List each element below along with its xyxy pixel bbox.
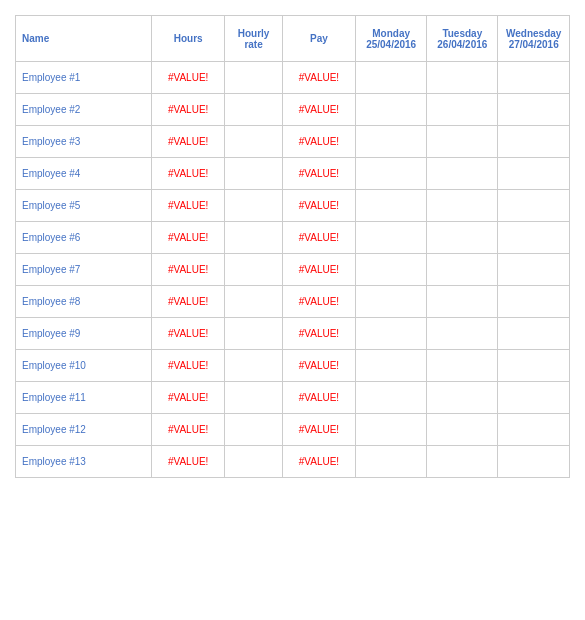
pay-error-value: #VALUE! xyxy=(299,200,339,211)
pay-error-value: #VALUE! xyxy=(299,232,339,243)
employee-name: Employee #1 xyxy=(16,62,152,94)
hours-error-value: #VALUE! xyxy=(168,136,208,147)
employee-name: Employee #10 xyxy=(16,350,152,382)
employee-tuesday xyxy=(427,94,498,126)
employee-tuesday xyxy=(427,126,498,158)
employee-wednesday xyxy=(498,158,570,190)
employee-pay: #VALUE! xyxy=(282,414,355,446)
employee-pay: #VALUE! xyxy=(282,318,355,350)
pay-error-value: #VALUE! xyxy=(299,296,339,307)
employee-pay: #VALUE! xyxy=(282,190,355,222)
employee-hours: #VALUE! xyxy=(152,414,225,446)
table-row: Employee #1#VALUE!#VALUE! xyxy=(16,62,570,94)
employee-name: Employee #8 xyxy=(16,286,152,318)
employee-hours: #VALUE! xyxy=(152,350,225,382)
employee-monday xyxy=(356,286,427,318)
employee-hours: #VALUE! xyxy=(152,222,225,254)
employee-hourly-rate xyxy=(225,158,283,190)
employee-pay: #VALUE! xyxy=(282,446,355,478)
employee-hourly-rate xyxy=(225,254,283,286)
pay-error-value: #VALUE! xyxy=(299,328,339,339)
employee-wednesday xyxy=(498,62,570,94)
employee-monday xyxy=(356,126,427,158)
table-row: Employee #3#VALUE!#VALUE! xyxy=(16,126,570,158)
employee-pay: #VALUE! xyxy=(282,62,355,94)
employee-pay: #VALUE! xyxy=(282,350,355,382)
header-row: Name Hours Hourlyrate Pay Monday25/04/20… xyxy=(16,16,570,62)
employee-monday xyxy=(356,414,427,446)
employee-name: Employee #11 xyxy=(16,382,152,414)
employee-name: Employee #4 xyxy=(16,158,152,190)
employee-wednesday xyxy=(498,350,570,382)
table-row: Employee #13#VALUE!#VALUE! xyxy=(16,446,570,478)
employee-hours: #VALUE! xyxy=(152,190,225,222)
employee-hourly-rate xyxy=(225,382,283,414)
employee-hours: #VALUE! xyxy=(152,254,225,286)
employee-hourly-rate xyxy=(225,318,283,350)
employee-tuesday xyxy=(427,350,498,382)
employee-pay: #VALUE! xyxy=(282,158,355,190)
employee-monday xyxy=(356,318,427,350)
table-row: Employee #9#VALUE!#VALUE! xyxy=(16,318,570,350)
employee-pay: #VALUE! xyxy=(282,254,355,286)
employee-name: Employee #3 xyxy=(16,126,152,158)
employee-hourly-rate xyxy=(225,126,283,158)
employee-monday xyxy=(356,254,427,286)
table-row: Employee #5#VALUE!#VALUE! xyxy=(16,190,570,222)
hours-error-value: #VALUE! xyxy=(168,72,208,83)
hours-error-value: #VALUE! xyxy=(168,456,208,467)
pay-error-value: #VALUE! xyxy=(299,136,339,147)
employee-wednesday xyxy=(498,126,570,158)
employee-name: Employee #9 xyxy=(16,318,152,350)
employee-tuesday xyxy=(427,446,498,478)
employee-schedule-table: Name Hours Hourlyrate Pay Monday25/04/20… xyxy=(15,15,570,478)
employee-tuesday xyxy=(427,190,498,222)
employee-hourly-rate xyxy=(225,286,283,318)
employee-hours: #VALUE! xyxy=(152,286,225,318)
hours-error-value: #VALUE! xyxy=(168,296,208,307)
col-header-hours: Hours xyxy=(152,16,225,62)
pay-error-value: #VALUE! xyxy=(299,72,339,83)
table-row: Employee #6#VALUE!#VALUE! xyxy=(16,222,570,254)
employee-wednesday xyxy=(498,94,570,126)
employee-tuesday xyxy=(427,222,498,254)
employee-tuesday xyxy=(427,158,498,190)
hours-error-value: #VALUE! xyxy=(168,104,208,115)
pay-error-value: #VALUE! xyxy=(299,456,339,467)
employee-tuesday xyxy=(427,254,498,286)
table-row: Employee #10#VALUE!#VALUE! xyxy=(16,350,570,382)
hours-error-value: #VALUE! xyxy=(168,392,208,403)
employee-monday xyxy=(356,62,427,94)
hours-error-value: #VALUE! xyxy=(168,328,208,339)
employee-tuesday xyxy=(427,62,498,94)
employee-hourly-rate xyxy=(225,222,283,254)
employee-pay: #VALUE! xyxy=(282,94,355,126)
employee-hours: #VALUE! xyxy=(152,62,225,94)
col-header-wednesday: Wednesday27/04/2016 xyxy=(498,16,570,62)
pay-error-value: #VALUE! xyxy=(299,424,339,435)
employee-name: Employee #2 xyxy=(16,94,152,126)
table-row: Employee #4#VALUE!#VALUE! xyxy=(16,158,570,190)
employee-wednesday xyxy=(498,318,570,350)
col-header-pay: Pay xyxy=(282,16,355,62)
employee-wednesday xyxy=(498,446,570,478)
employee-hourly-rate xyxy=(225,190,283,222)
hours-error-value: #VALUE! xyxy=(168,168,208,179)
employee-hours: #VALUE! xyxy=(152,382,225,414)
col-header-name: Name xyxy=(16,16,152,62)
employee-hours: #VALUE! xyxy=(152,126,225,158)
employee-hours: #VALUE! xyxy=(152,318,225,350)
employee-monday xyxy=(356,350,427,382)
pay-error-value: #VALUE! xyxy=(299,392,339,403)
pay-error-value: #VALUE! xyxy=(299,168,339,179)
table-row: Employee #8#VALUE!#VALUE! xyxy=(16,286,570,318)
employee-monday xyxy=(356,446,427,478)
pay-error-value: #VALUE! xyxy=(299,104,339,115)
employee-hours: #VALUE! xyxy=(152,158,225,190)
employee-hourly-rate xyxy=(225,94,283,126)
employee-hourly-rate xyxy=(225,62,283,94)
col-header-hourly-rate: Hourlyrate xyxy=(225,16,283,62)
table-row: Employee #12#VALUE!#VALUE! xyxy=(16,414,570,446)
employee-name: Employee #7 xyxy=(16,254,152,286)
employee-hours: #VALUE! xyxy=(152,94,225,126)
